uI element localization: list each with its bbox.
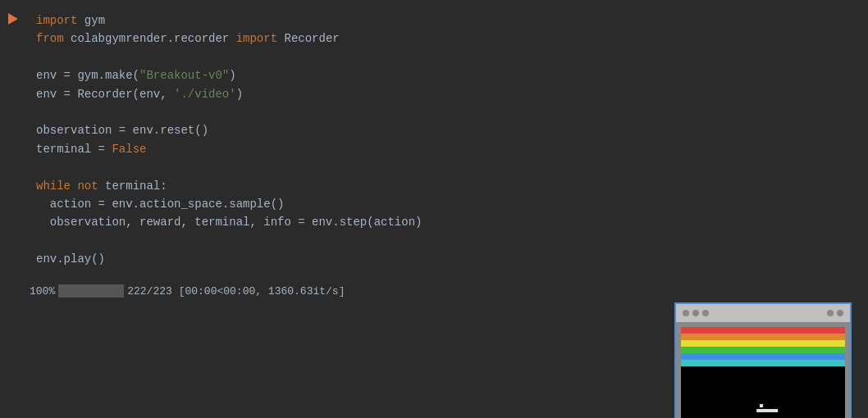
paddle [756, 409, 778, 412]
keyword-false: False [112, 143, 146, 156]
code-line-blank [33, 158, 868, 176]
video-titlebar [676, 304, 850, 322]
keyword-import2: import [236, 32, 277, 45]
video-ctrl-1[interactable] [827, 310, 834, 316]
code-line: from colabgymrender.recorder import Reco… [33, 30, 868, 48]
video-ctrl-2[interactable] [837, 310, 843, 316]
keyword-from: from [36, 32, 64, 45]
keyword-while: while [36, 179, 71, 193]
code-line-blank [33, 232, 868, 250]
video-controls [827, 310, 843, 316]
play-area [681, 366, 845, 418]
game-screen [676, 322, 850, 418]
notebook-cell: import gym from colabgymrender.recorder … [0, 0, 868, 279]
code-line: env = Recorder(env, './video') [33, 85, 868, 103]
code-line-blank [33, 48, 868, 66]
run-icon[interactable] [8, 13, 18, 25]
brick-row-yellow [681, 340, 845, 347]
code-line: while not terminal: [33, 177, 868, 195]
brick-row-red [681, 327, 845, 334]
code-line: env.play() [33, 250, 868, 268]
output-area: 100% 222/223 [00:00<00:00, 1360.63it/s] [0, 279, 868, 418]
code-line: action = env.action_space.sample() [33, 195, 868, 213]
video-dot-2 [692, 310, 699, 316]
brick-row-blue [681, 353, 845, 360]
ball [760, 404, 763, 407]
keyword-import: import [36, 14, 77, 27]
cell-content: import gym from colabgymrender.recorder … [30, 0, 868, 279]
video-frame [674, 302, 852, 418]
code-line: observation, reward, terminal, info = en… [33, 213, 868, 231]
progress-stats: 222/223 [00:00<00:00, 1360.63it/s] [127, 285, 345, 298]
progress-line: 100% 222/223 [00:00<00:00, 1360.63it/s] [30, 283, 868, 299]
keyword-not: not [77, 179, 98, 193]
video-dot-1 [683, 310, 689, 316]
code-line: env = gym.make("Breakout-v0") [33, 66, 868, 84]
code-line-blank [33, 103, 868, 121]
run-button-area[interactable] [0, 0, 30, 279]
progress-bar-outer [58, 284, 124, 298]
game-inner [681, 327, 845, 418]
video-container [30, 302, 868, 418]
code-line: observation = env.reset() [33, 121, 868, 139]
code-block: import gym from colabgymrender.recorder … [33, 7, 868, 273]
brick-row-orange [681, 334, 845, 340]
code-line: terminal = False [33, 140, 868, 158]
video-dots-left [683, 310, 709, 316]
code-line: import gym [33, 11, 868, 30]
progress-percent: 100% [30, 285, 55, 298]
video-dot-3 [702, 310, 709, 316]
brick-row-green [681, 347, 845, 353]
brick-row-cyan [681, 360, 845, 366]
progress-bar-wrapper [55, 284, 127, 298]
